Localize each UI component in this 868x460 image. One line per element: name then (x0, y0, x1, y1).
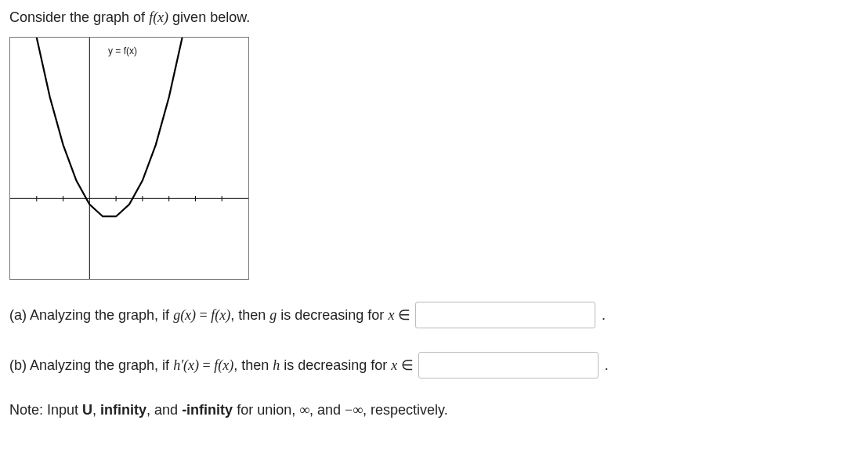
intro-text: Consider the graph of f(x) given below. (9, 9, 859, 26)
question-b-row: (b) Analyzing the graph, if h′(x) = f(x)… (9, 352, 859, 379)
note-u: U (82, 402, 92, 418)
qa-prefix: (a) Analyzing the graph, if (9, 307, 173, 323)
qb-in: ∈ (397, 357, 414, 373)
function-plot (10, 38, 248, 279)
qa-eq-left: g(x) (173, 307, 196, 323)
qa-dot: . (602, 307, 606, 324)
note-sep1: , (92, 402, 100, 418)
qb-dot: . (605, 357, 609, 374)
note-inf: infinity (100, 402, 146, 418)
note-sep2: , and (146, 402, 182, 418)
note-lead: Note: Input (9, 402, 82, 418)
qa-in: ∈ (394, 307, 410, 323)
question-a-row: (a) Analyzing the graph, if g(x) = f(x),… (9, 302, 859, 328)
qa-after-eq: , then (230, 307, 269, 323)
parabola-curve (37, 38, 183, 216)
note-mid: for union, (233, 402, 299, 418)
note-end: , respectively. (363, 402, 448, 418)
intro-prefix: Consider the graph of (9, 9, 149, 25)
note-sym-inf: ∞ (299, 402, 309, 418)
intro-suffix: given below. (168, 9, 250, 25)
note-sep3: , and (309, 402, 345, 418)
qb-eq-right: f(x) (214, 357, 233, 373)
note-ninf: -infinity (182, 402, 233, 418)
qb-tail: is decreasing for (280, 357, 391, 373)
qb-prefix: (b) Analyzing the graph, if (9, 357, 173, 373)
note-text: Note: Input U, infinity, and -infinity f… (9, 402, 859, 418)
qb-fn: h (273, 357, 280, 373)
qb-eq-mid: = (199, 357, 214, 373)
qa-eq-right: f(x) (211, 307, 230, 323)
note-sym-ninf: −∞ (345, 402, 363, 418)
graph-box: y = f(x) (9, 37, 249, 280)
qb-eq-left: h′(x) (173, 357, 199, 373)
qa-text: (a) Analyzing the graph, if g(x) = f(x),… (9, 306, 410, 324)
qb-after-eq: , then (233, 357, 273, 373)
qa-tail: is decreasing for (277, 307, 388, 323)
answer-input-b[interactable] (418, 352, 599, 379)
intro-func: f(x) (149, 9, 168, 25)
answer-input-a[interactable] (415, 302, 595, 328)
graph-legend: y = f(x) (108, 45, 137, 56)
qb-text: (b) Analyzing the graph, if h′(x) = f(x)… (9, 357, 414, 374)
qa-fn: g (269, 307, 277, 323)
qa-eq-mid: = (196, 307, 211, 323)
